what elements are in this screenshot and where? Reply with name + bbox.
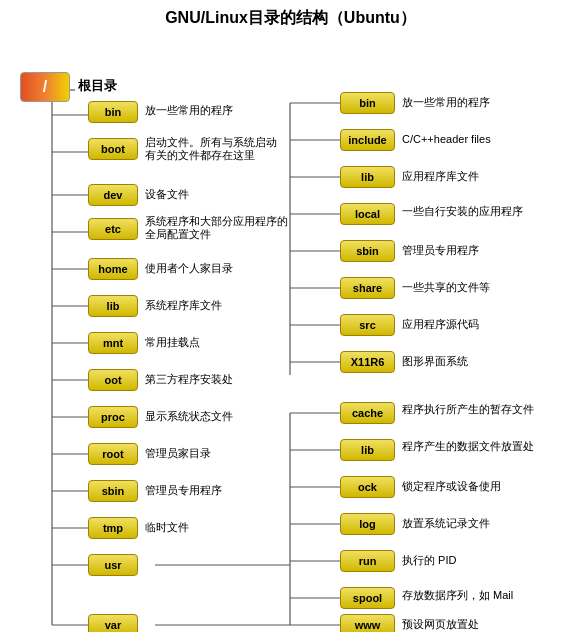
node-usr-bin: bin [340,92,395,114]
label-var-lib: 程序产生的数据文件放置处 [402,440,562,453]
node-usr-lib: lib [340,166,395,188]
node-usr-sbin: sbin [340,240,395,262]
label-proc: 显示系统状态文件 [145,409,233,423]
node-var-www: www [340,614,395,632]
label-usr-local: 一些自行安装的应用程序 [402,204,567,218]
label-usr-lib: 应用程序库文件 [402,169,479,183]
node-etc: etc [88,218,138,240]
label-usr-bin: 放一些常用的程序 [402,95,490,109]
label-var-spool: 存放数据序列，如 Mail [402,588,562,602]
label-usr-include: C/C++header files [402,132,491,146]
node-boot: boot [88,138,138,160]
root-node: / [20,72,70,102]
node-sbin: sbin [88,480,138,502]
label-usr-src: 应用程序源代码 [402,317,479,331]
node-var-cache: cache [340,402,395,424]
label-var-run: 执行的 PID [402,553,456,567]
label-bin: 放一些常用的程序 [145,103,233,117]
label-opt: 第三方程序安装处 [145,372,233,386]
node-usr: usr [88,554,138,576]
node-root-dir: root [88,443,138,465]
diagram: / 根目录 bin 放一些常用的程序 boot 启动文件。所有与系统启动有关的文… [0,35,581,632]
node-var-run: run [340,550,395,572]
node-opt: oot [88,369,138,391]
node-usr-local: local [340,203,395,225]
label-var-lock: 锁定程序或设备使用 [402,479,501,493]
node-dev: dev [88,184,138,206]
node-usr-src: src [340,314,395,336]
label-mnt: 常用挂载点 [145,335,200,349]
label-home: 使用者个人家目录 [145,261,233,275]
label-boot: 启动文件。所有与系统启动有关的文件都存在这里 [145,136,285,162]
label-dev: 设备文件 [145,187,189,201]
node-var-spool: spool [340,587,395,609]
node-var-lib: lib [340,439,395,461]
page-title: GNU/Linux目录的结构（Ubuntu） [0,0,581,35]
label-usr-x11r6: 图形界面系统 [402,354,468,368]
label-usr-sbin: 管理员专用程序 [402,243,479,257]
label-var-www: 预设网页放置处 [402,617,479,631]
label-sbin: 管理员专用程序 [145,483,222,497]
node-var-log: log [340,513,395,535]
label-tmp: 临时文件 [145,520,189,534]
node-tmp: tmp [88,517,138,539]
label-etc: 系统程序和大部分应用程序的全局配置文件 [145,215,290,241]
label-lib: 系统程序库文件 [145,298,222,312]
node-var-lock: ock [340,476,395,498]
label-usr-share: 一些共享的文件等 [402,280,490,294]
connector-lines [0,35,581,632]
node-var: var [88,614,138,632]
label-root-dir: 管理员家目录 [145,446,211,460]
node-home: home [88,258,138,280]
node-usr-include: include [340,129,395,151]
label-var-cache: 程序执行所产生的暂存文件 [402,403,562,416]
root-label: 根目录 [78,78,117,95]
node-usr-share: share [340,277,395,299]
node-proc: proc [88,406,138,428]
node-lib: lib [88,295,138,317]
node-mnt: mnt [88,332,138,354]
node-usr-x11r6: X11R6 [340,351,395,373]
node-bin: bin [88,101,138,123]
label-var-log: 放置系统记录文件 [402,516,490,530]
